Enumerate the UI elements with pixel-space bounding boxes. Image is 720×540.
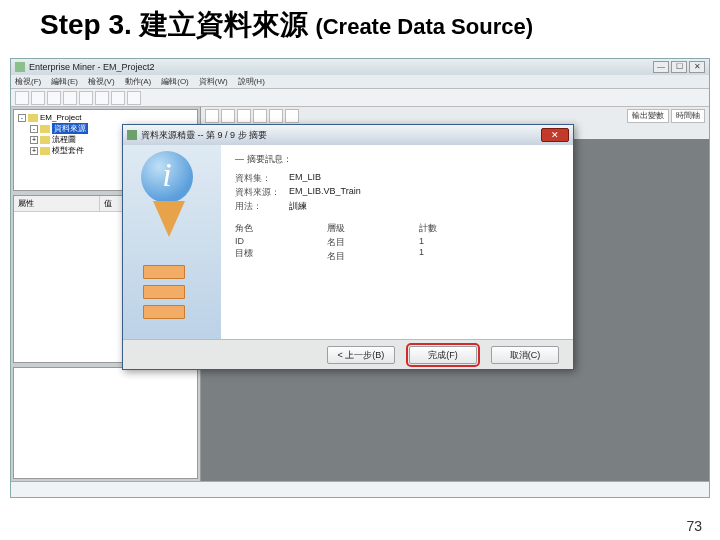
- expand-icon[interactable]: +: [30, 136, 38, 144]
- tree-root[interactable]: - EM_Project: [16, 112, 195, 123]
- minimize-button[interactable]: —: [653, 61, 669, 73]
- wizard-sidebar: i: [123, 145, 221, 339]
- title-en: (Create Data Source): [315, 14, 533, 39]
- dialog-icon: [127, 130, 137, 140]
- arrow-down-icon: [153, 201, 185, 237]
- back-button[interactable]: < 上一步(B): [327, 346, 395, 364]
- dialog-titlebar: 資料來源精靈 -- 第 9 / 9 步 摘要 ✕: [123, 125, 573, 145]
- expand-icon[interactable]: -: [18, 114, 26, 122]
- menu-item[interactable]: 檢視(F): [15, 76, 41, 87]
- col-role: 角色 ID 目標: [235, 221, 267, 264]
- menu-item[interactable]: 動作(A): [125, 76, 152, 87]
- app-title: Enterprise Miner - EM_Project2: [29, 62, 155, 72]
- dialog-title: 資料來源精靈 -- 第 9 / 9 步 摘要: [141, 129, 267, 142]
- toolbar-icon[interactable]: [15, 91, 29, 105]
- folder-icon: [40, 125, 50, 133]
- props-col-name: 屬性: [14, 196, 100, 211]
- menu-item[interactable]: 說明(H): [238, 76, 265, 87]
- toolbar-icon[interactable]: [111, 91, 125, 105]
- summary-columns: 角色 ID 目標 層級 名目 名目 計數 1 1: [235, 221, 563, 264]
- folder-icon: [40, 147, 50, 155]
- cancel-button[interactable]: 取消(C): [491, 346, 559, 364]
- dialog-close-button[interactable]: ✕: [541, 128, 569, 142]
- finish-button[interactable]: 完成(F): [409, 346, 477, 364]
- canvas-toolbar-icon[interactable]: [205, 109, 219, 123]
- toolbar-icon[interactable]: [31, 91, 45, 105]
- step-prefix: Step 3.: [40, 9, 132, 40]
- toolbar-icon[interactable]: [47, 91, 61, 105]
- tree-label: 流程圖: [52, 134, 76, 145]
- canvas-toolbar-icon[interactable]: [269, 109, 283, 123]
- window-controls: — ☐ ✕: [653, 61, 705, 73]
- canvas-toolbar-icon[interactable]: [285, 109, 299, 123]
- canvas-toolbar-icon[interactable]: [221, 109, 235, 123]
- tree-label: EM_Project: [40, 113, 81, 122]
- canvas-toolbar-icon[interactable]: [253, 109, 267, 123]
- menubar: 檢視(F) 編輯(E) 檢視(V) 動作(A) 編輯(O) 資料(W) 說明(H…: [11, 75, 709, 89]
- titlebar: Enterprise Miner - EM_Project2 — ☐ ✕: [11, 59, 709, 75]
- toolbar-icon[interactable]: [127, 91, 141, 105]
- menu-item[interactable]: 資料(W): [199, 76, 228, 87]
- summary-row-dataset: 資料集：EM_LIB: [235, 172, 563, 185]
- col-level: 層級 名目 名目: [327, 221, 359, 264]
- toolbar-icon[interactable]: [79, 91, 93, 105]
- expand-icon[interactable]: -: [30, 125, 38, 133]
- wizard-summary: — 摘要訊息： 資料集：EM_LIB 資料來源：EM_LIB.VB_Train …: [221, 145, 573, 339]
- summary-row-source: 資料來源：EM_LIB.VB_Train: [235, 186, 563, 199]
- canvas-label[interactable]: 時間軸: [671, 109, 705, 123]
- menu-item[interactable]: 編輯(O): [161, 76, 189, 87]
- slide-title: Step 3. 建立資料來源 (Create Data Source): [40, 6, 533, 44]
- help-panel: [13, 367, 198, 479]
- col-count: 計數 1 1: [419, 221, 451, 264]
- dialog-body: i — 摘要訊息： 資料集：EM_LIB 資料來源：EM_LIB.VB_Trai…: [123, 145, 573, 339]
- canvas-toolbar: 輸出變數 時間軸: [201, 107, 709, 125]
- maximize-button[interactable]: ☐: [671, 61, 687, 73]
- toolbar-icon[interactable]: [95, 91, 109, 105]
- props-col-value: 值: [100, 196, 116, 211]
- folder-icon: [28, 114, 38, 122]
- toolbar-icon[interactable]: [63, 91, 77, 105]
- menu-item[interactable]: 檢視(V): [88, 76, 115, 87]
- app-icon: [15, 62, 25, 72]
- canvas-label[interactable]: 輸出變數: [627, 109, 669, 123]
- canvas-toolbar-icon[interactable]: [237, 109, 251, 123]
- tree-label: 模型套件: [52, 145, 84, 156]
- summary-heading: — 摘要訊息：: [235, 153, 563, 166]
- tree-label: 資料來源: [52, 123, 88, 134]
- title-cjk: 建立資料來源: [140, 9, 308, 40]
- close-button[interactable]: ✕: [689, 61, 705, 73]
- info-icon: i: [141, 151, 193, 203]
- folder-icon: [40, 136, 50, 144]
- statusbar: [11, 481, 709, 497]
- dialog-button-bar: < 上一步(B) 完成(F) 取消(C): [123, 339, 573, 369]
- node-diagram-icon: [143, 265, 185, 325]
- menu-item[interactable]: 編輯(E): [51, 76, 78, 87]
- datasource-wizard-dialog: 資料來源精靈 -- 第 9 / 9 步 摘要 ✕ i — 摘要訊息： 資料集：E…: [122, 124, 574, 370]
- page-number: 73: [686, 518, 702, 534]
- app-toolbar: [11, 89, 709, 107]
- expand-icon[interactable]: +: [30, 147, 38, 155]
- summary-row-usage: 用法：訓練: [235, 200, 563, 213]
